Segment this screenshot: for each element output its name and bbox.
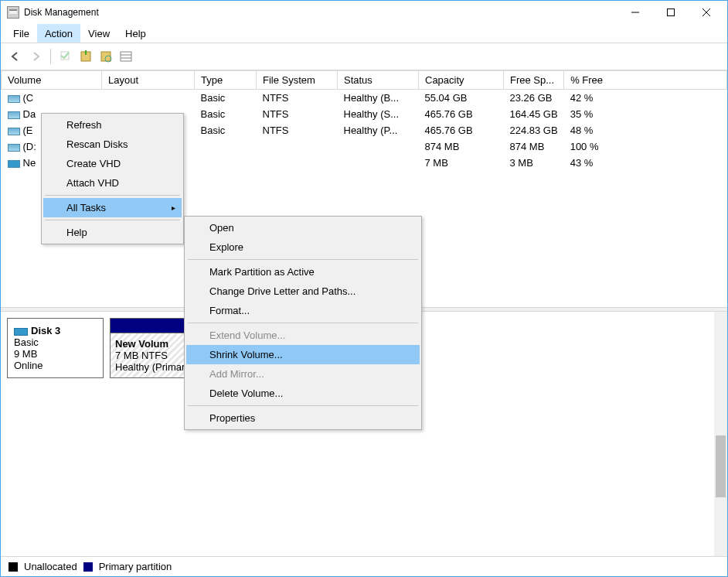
col-layout[interactable]: Layout: [102, 71, 195, 90]
menu-separator: [188, 323, 418, 323]
menu-separator: [188, 405, 418, 406]
menu-item-rescan-disks[interactable]: Rescan Disks: [43, 135, 182, 154]
menu-item-properties[interactable]: Properties: [186, 408, 420, 428]
menu-item-format[interactable]: Format...: [186, 301, 420, 320]
menu-item-extend-volume: Extend Volume...: [186, 326, 420, 345]
menubar: File Action View Help: [1, 24, 727, 43]
maximize-button[interactable]: [653, 1, 689, 24]
window-controls: [617, 1, 724, 24]
menu-item-mark-active[interactable]: Mark Partition as Active: [186, 262, 420, 282]
legend-swatch-unallocated: [9, 562, 18, 572]
titlebar: Disk Management: [1, 1, 727, 24]
col-pctfree[interactable]: % Free: [564, 71, 727, 90]
toolbar-separator: [50, 49, 51, 64]
volume-icon: [8, 128, 20, 135]
menu-item-change-drive-letter[interactable]: Change Drive Letter and Paths...: [186, 282, 420, 301]
col-volume[interactable]: Volume: [2, 71, 102, 90]
menu-item-refresh[interactable]: Refresh: [43, 115, 182, 135]
menu-separator: [188, 259, 418, 260]
menu-file[interactable]: File: [5, 24, 37, 43]
all-tasks-submenu: Open Explore Mark Partition as Active Ch…: [184, 216, 422, 430]
volume-icon: [8, 111, 20, 119]
toolbar: [1, 43, 727, 70]
legend-swatch-primary: [83, 562, 93, 572]
col-type[interactable]: Type: [195, 71, 257, 90]
menu-item-open[interactable]: Open: [186, 218, 420, 237]
minimize-button[interactable]: [617, 1, 653, 24]
volume-icon: [8, 95, 20, 103]
volume-icon: [8, 160, 20, 168]
col-status[interactable]: Status: [338, 71, 419, 90]
disk-icon: [14, 328, 28, 336]
disk-type: Basic: [14, 336, 97, 348]
svg-rect-6: [121, 52, 131, 61]
disk-name: Disk 3: [31, 325, 60, 336]
window-title: Disk Management: [24, 7, 617, 18]
menu-item-explore[interactable]: Explore: [186, 237, 420, 257]
menu-item-add-mirror: Add Mirror...: [186, 364, 420, 384]
forward-button[interactable]: [27, 48, 44, 65]
legend-label-primary: Primary partition: [99, 561, 172, 572]
refresh-icon[interactable]: [57, 48, 74, 65]
svg-rect-3: [85, 50, 87, 55]
menu-separator: [45, 220, 180, 220]
app-icon: [7, 6, 19, 19]
col-filesystem[interactable]: File System: [257, 71, 338, 90]
scrollbar-thumb[interactable]: [716, 435, 726, 497]
help-icon[interactable]: [97, 48, 114, 65]
menu-item-all-tasks[interactable]: All Tasks: [43, 198, 182, 217]
menu-item-attach-vhd[interactable]: Attach VHD: [43, 173, 182, 193]
content-area: Volume Layout Type File System Status Ca…: [1, 70, 727, 556]
volume-icon: [8, 144, 20, 152]
disk-info[interactable]: Disk 3 Basic 9 MB Online: [7, 318, 104, 378]
menu-help[interactable]: Help: [117, 24, 154, 43]
legend-label-unallocated: Unallocated: [24, 561, 77, 572]
list-icon[interactable]: [117, 48, 134, 65]
table-row[interactable]: (CBasicNTFSHealthy (B...55.04 GB23.26 GB…: [2, 90, 727, 107]
disk-management-window: Disk Management File Action View Help: [0, 0, 728, 577]
close-button[interactable]: [689, 1, 724, 24]
menu-item-shrink-volume[interactable]: Shrink Volume...: [186, 345, 420, 364]
properties-icon[interactable]: [77, 48, 94, 65]
col-freespace[interactable]: Free Sp...: [504, 71, 564, 90]
disk-status: Online: [14, 360, 97, 371]
menu-item-create-vhd[interactable]: Create VHD: [43, 154, 182, 173]
menu-separator: [45, 195, 180, 196]
disk-size: 9 MB: [14, 348, 97, 360]
action-dropdown-menu: Refresh Rescan Disks Create VHD Attach V…: [41, 113, 184, 244]
vertical-scrollbar[interactable]: [714, 312, 727, 556]
legend-bar: Unallocated Primary partition: [1, 556, 727, 576]
menu-item-help[interactable]: Help: [43, 223, 182, 242]
col-capacity[interactable]: Capacity: [419, 71, 504, 90]
table-header-row: Volume Layout Type File System Status Ca…: [2, 71, 727, 90]
svg-rect-0: [668, 9, 675, 16]
back-button[interactable]: [7, 48, 24, 65]
menu-action[interactable]: Action: [37, 24, 80, 43]
menu-item-delete-volume[interactable]: Delete Volume...: [186, 384, 420, 403]
menu-view[interactable]: View: [80, 24, 117, 43]
